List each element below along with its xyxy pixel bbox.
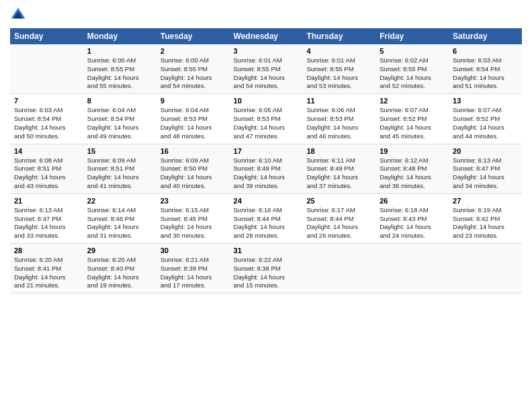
calendar-cell: 22Sunrise: 6:14 AM Sunset: 8:46 PM Dayli… xyxy=(83,193,157,243)
calendar-cell: 13Sunrise: 6:07 AM Sunset: 8:52 PM Dayli… xyxy=(449,94,522,144)
day-info: Sunrise: 6:07 AM Sunset: 8:52 PM Dayligh… xyxy=(380,106,445,140)
day-info: Sunrise: 6:04 AM Sunset: 8:53 PM Dayligh… xyxy=(161,106,226,140)
week-row: 1Sunrise: 6:00 AM Sunset: 8:55 PM Daylig… xyxy=(10,44,522,94)
day-number: 23 xyxy=(161,197,226,205)
day-number: 20 xyxy=(453,147,518,155)
calendar-cell: 31Sunrise: 6:22 AM Sunset: 8:38 PM Dayli… xyxy=(230,244,303,293)
day-number: 12 xyxy=(380,97,445,105)
day-info: Sunrise: 6:09 AM Sunset: 8:51 PM Dayligh… xyxy=(87,156,152,191)
day-info: Sunrise: 6:17 AM Sunset: 8:44 PM Dayligh… xyxy=(306,206,371,240)
day-number: 16 xyxy=(161,147,226,155)
calendar-cell: 16Sunrise: 6:09 AM Sunset: 8:50 PM Dayli… xyxy=(157,144,230,193)
day-info: Sunrise: 6:14 AM Sunset: 8:46 PM Dayligh… xyxy=(87,206,152,240)
week-row: 21Sunrise: 6:13 AM Sunset: 8:47 PM Dayli… xyxy=(10,193,522,243)
calendar-cell xyxy=(375,244,449,293)
day-info: Sunrise: 6:00 AM Sunset: 8:55 PM Dayligh… xyxy=(161,56,226,91)
day-info: Sunrise: 6:02 AM Sunset: 8:55 PM Dayligh… xyxy=(380,56,445,91)
calendar-cell: 21Sunrise: 6:13 AM Sunset: 8:47 PM Dayli… xyxy=(10,193,83,243)
calendar-cell: 6Sunrise: 6:03 AM Sunset: 8:54 PM Daylig… xyxy=(449,44,522,94)
calendar-cell: 18Sunrise: 6:11 AM Sunset: 8:49 PM Dayli… xyxy=(302,144,375,193)
col-wednesday: Wednesday xyxy=(230,28,303,44)
logo xyxy=(10,7,29,23)
calendar-cell: 12Sunrise: 6:07 AM Sunset: 8:52 PM Dayli… xyxy=(375,94,449,144)
calendar-cell: 17Sunrise: 6:10 AM Sunset: 8:49 PM Dayli… xyxy=(230,144,303,193)
day-number: 24 xyxy=(234,197,299,205)
day-info: Sunrise: 6:21 AM Sunset: 8:39 PM Dayligh… xyxy=(161,256,226,290)
day-number: 14 xyxy=(14,147,79,155)
day-number: 31 xyxy=(234,246,299,255)
day-number: 17 xyxy=(234,147,299,155)
day-number: 1 xyxy=(87,47,152,55)
day-info: Sunrise: 6:16 AM Sunset: 8:44 PM Dayligh… xyxy=(234,206,299,240)
calendar-cell: 30Sunrise: 6:21 AM Sunset: 8:39 PM Dayli… xyxy=(157,244,230,293)
calendar-cell: 2Sunrise: 6:00 AM Sunset: 8:55 PM Daylig… xyxy=(157,44,230,94)
day-number: 26 xyxy=(380,197,445,205)
day-info: Sunrise: 6:12 AM Sunset: 8:48 PM Dayligh… xyxy=(380,156,445,191)
header-row: SundayMondayTuesdayWednesdayThursdayFrid… xyxy=(10,28,522,44)
day-info: Sunrise: 6:09 AM Sunset: 8:50 PM Dayligh… xyxy=(161,156,226,191)
week-row: 28Sunrise: 6:20 AM Sunset: 8:41 PM Dayli… xyxy=(10,244,522,293)
calendar-cell: 24Sunrise: 6:16 AM Sunset: 8:44 PM Dayli… xyxy=(230,193,303,243)
day-number: 6 xyxy=(453,47,518,55)
day-info: Sunrise: 6:03 AM Sunset: 8:54 PM Dayligh… xyxy=(453,56,518,91)
calendar-cell: 27Sunrise: 6:19 AM Sunset: 8:42 PM Dayli… xyxy=(449,193,522,243)
logo-icon xyxy=(10,7,26,23)
calendar-cell xyxy=(10,44,83,94)
day-number: 15 xyxy=(87,147,152,155)
day-info: Sunrise: 6:06 AM Sunset: 8:53 PM Dayligh… xyxy=(306,106,371,140)
day-info: Sunrise: 6:20 AM Sunset: 8:40 PM Dayligh… xyxy=(87,256,152,290)
day-info: Sunrise: 6:00 AM Sunset: 8:55 PM Dayligh… xyxy=(87,56,152,91)
day-info: Sunrise: 6:08 AM Sunset: 8:51 PM Dayligh… xyxy=(14,156,79,191)
day-info: Sunrise: 6:10 AM Sunset: 8:49 PM Dayligh… xyxy=(234,156,299,191)
day-info: Sunrise: 6:04 AM Sunset: 8:54 PM Dayligh… xyxy=(87,106,152,140)
day-number: 8 xyxy=(87,97,152,105)
day-number: 5 xyxy=(380,47,445,55)
day-info: Sunrise: 6:07 AM Sunset: 8:52 PM Dayligh… xyxy=(453,106,518,140)
day-info: Sunrise: 6:01 AM Sunset: 8:55 PM Dayligh… xyxy=(306,56,371,91)
col-monday: Monday xyxy=(83,28,157,44)
day-number: 25 xyxy=(306,197,371,205)
calendar-cell: 11Sunrise: 6:06 AM Sunset: 8:53 PM Dayli… xyxy=(302,94,375,144)
day-number: 28 xyxy=(14,246,79,255)
day-info: Sunrise: 6:15 AM Sunset: 8:45 PM Dayligh… xyxy=(161,206,226,240)
calendar-cell: 4Sunrise: 6:01 AM Sunset: 8:55 PM Daylig… xyxy=(302,44,375,94)
calendar-cell: 1Sunrise: 6:00 AM Sunset: 8:55 PM Daylig… xyxy=(83,44,157,94)
day-info: Sunrise: 6:20 AM Sunset: 8:41 PM Dayligh… xyxy=(14,256,79,290)
day-info: Sunrise: 6:19 AM Sunset: 8:42 PM Dayligh… xyxy=(453,206,518,240)
calendar-cell: 9Sunrise: 6:04 AM Sunset: 8:53 PM Daylig… xyxy=(157,94,230,144)
day-info: Sunrise: 6:13 AM Sunset: 8:47 PM Dayligh… xyxy=(453,156,518,191)
day-number: 27 xyxy=(453,197,518,205)
col-tuesday: Tuesday xyxy=(157,28,230,44)
calendar-cell xyxy=(449,244,522,293)
calendar-cell: 25Sunrise: 6:17 AM Sunset: 8:44 PM Dayli… xyxy=(302,193,375,243)
day-number: 7 xyxy=(14,97,79,105)
calendar-cell: 19Sunrise: 6:12 AM Sunset: 8:48 PM Dayli… xyxy=(375,144,449,193)
day-info: Sunrise: 6:13 AM Sunset: 8:47 PM Dayligh… xyxy=(14,206,79,240)
col-saturday: Saturday xyxy=(449,28,522,44)
calendar-cell: 15Sunrise: 6:09 AM Sunset: 8:51 PM Dayli… xyxy=(83,144,157,193)
calendar-table: SundayMondayTuesdayWednesdayThursdayFrid… xyxy=(10,28,522,293)
calendar-cell xyxy=(302,244,375,293)
calendar-cell: 20Sunrise: 6:13 AM Sunset: 8:47 PM Dayli… xyxy=(449,144,522,193)
day-number: 29 xyxy=(87,246,152,255)
day-number: 10 xyxy=(234,97,299,105)
day-number: 4 xyxy=(306,47,371,55)
day-number: 21 xyxy=(14,197,79,205)
day-info: Sunrise: 6:05 AM Sunset: 8:53 PM Dayligh… xyxy=(234,106,299,140)
day-info: Sunrise: 6:22 AM Sunset: 8:38 PM Dayligh… xyxy=(234,256,299,290)
day-info: Sunrise: 6:18 AM Sunset: 8:43 PM Dayligh… xyxy=(380,206,445,240)
calendar-cell: 5Sunrise: 6:02 AM Sunset: 8:55 PM Daylig… xyxy=(375,44,449,94)
week-row: 14Sunrise: 6:08 AM Sunset: 8:51 PM Dayli… xyxy=(10,144,522,193)
header xyxy=(10,7,522,23)
day-number: 19 xyxy=(380,147,445,155)
day-info: Sunrise: 6:03 AM Sunset: 8:54 PM Dayligh… xyxy=(14,106,79,140)
calendar-cell: 23Sunrise: 6:15 AM Sunset: 8:45 PM Dayli… xyxy=(157,193,230,243)
day-number: 2 xyxy=(161,47,226,55)
day-info: Sunrise: 6:01 AM Sunset: 8:55 PM Dayligh… xyxy=(234,56,299,91)
day-number: 13 xyxy=(453,97,518,105)
calendar-cell: 29Sunrise: 6:20 AM Sunset: 8:40 PM Dayli… xyxy=(83,244,157,293)
col-sunday: Sunday xyxy=(10,28,83,44)
week-row: 7Sunrise: 6:03 AM Sunset: 8:54 PM Daylig… xyxy=(10,94,522,144)
calendar-cell: 3Sunrise: 6:01 AM Sunset: 8:55 PM Daylig… xyxy=(230,44,303,94)
calendar-cell: 28Sunrise: 6:20 AM Sunset: 8:41 PM Dayli… xyxy=(10,244,83,293)
